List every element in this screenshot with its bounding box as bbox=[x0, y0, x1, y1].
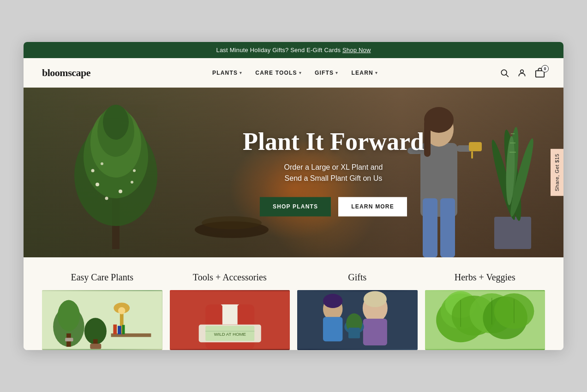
category-title-0: Easy Care Plants bbox=[42, 272, 162, 283]
category-image-easy-care[interactable] bbox=[42, 290, 162, 350]
categories-section: Easy Care Plants Tools + Accessories Gif… bbox=[24, 257, 563, 350]
account-icon[interactable] bbox=[517, 68, 527, 77]
chevron-down-icon: ▾ bbox=[335, 71, 338, 75]
cart-badge: 0 bbox=[541, 65, 549, 72]
nav-learn-label: LEARN bbox=[352, 70, 373, 76]
category-title-3: Herbs + Veggies bbox=[425, 272, 545, 283]
browser-frame: Last Minute Holiday Gifts? Send E-Gift C… bbox=[24, 42, 563, 350]
search-icon[interactable] bbox=[500, 68, 509, 77]
nav-gifts[interactable]: GIFTS ▾ bbox=[315, 70, 339, 76]
svg-point-10 bbox=[96, 183, 99, 186]
hero-plant-right bbox=[476, 97, 550, 254]
nav-care-tools-label: CARE TOOLS bbox=[255, 70, 297, 76]
svg-point-15 bbox=[133, 169, 136, 172]
svg-rect-63 bbox=[323, 317, 342, 341]
hero-content: Plant It Forward Order a Large or XL Pla… bbox=[243, 128, 424, 216]
nav-gifts-label: GIFTS bbox=[315, 70, 334, 76]
share-label[interactable]: Share, Get $15 bbox=[551, 149, 563, 196]
learn-more-button[interactable]: LEARN MORE bbox=[338, 197, 407, 217]
svg-rect-27 bbox=[494, 217, 531, 249]
svg-text:WILD AT HOME: WILD AT HOME bbox=[214, 332, 246, 337]
hero-subtitle-line2: Send a Small Plant Gift on Us bbox=[285, 175, 383, 183]
svg-rect-25 bbox=[423, 198, 437, 257]
categories-images: WILD AT HOME bbox=[42, 290, 545, 350]
header: bloomscape PLANTS ▾ CARE TOOLS ▾ GIFTS ▾… bbox=[24, 58, 563, 88]
hero-subtitle: Order a Large or XL Plant and Send a Sma… bbox=[243, 162, 424, 184]
svg-rect-69 bbox=[348, 327, 360, 338]
svg-rect-51 bbox=[118, 326, 121, 334]
hero-buttons: SHOP PLANTS LEARN MORE bbox=[243, 197, 424, 217]
hero-section: Plant It Forward Order a Large or XL Pla… bbox=[24, 88, 563, 257]
svg-rect-44 bbox=[90, 344, 101, 349]
svg-rect-59 bbox=[222, 304, 237, 324]
nav-care-tools[interactable]: CARE TOOLS ▾ bbox=[255, 70, 302, 76]
nav-plants[interactable]: PLANTS ▾ bbox=[212, 70, 242, 76]
chevron-down-icon: ▾ bbox=[299, 71, 302, 75]
svg-rect-52 bbox=[122, 325, 125, 334]
svg-rect-66 bbox=[363, 319, 387, 345]
svg-point-16 bbox=[101, 162, 103, 165]
svg-point-13 bbox=[131, 181, 133, 184]
svg-point-40 bbox=[58, 300, 80, 332]
category-image-herbs[interactable] bbox=[425, 290, 545, 350]
category-title-1: Tools + Accessories bbox=[170, 272, 290, 283]
svg-rect-45 bbox=[65, 338, 73, 342]
main-nav: PLANTS ▾ CARE TOOLS ▾ GIFTS ▾ LEARN ▾ bbox=[212, 70, 378, 76]
svg-line-1 bbox=[506, 74, 509, 77]
svg-rect-49 bbox=[111, 333, 151, 337]
chevron-down-icon: ▾ bbox=[375, 71, 378, 75]
announcement-bar: Last Minute Holiday Gifts? Send E-Gift C… bbox=[24, 42, 563, 58]
chevron-down-icon: ▾ bbox=[240, 71, 242, 75]
svg-rect-20 bbox=[424, 120, 431, 157]
category-image-gifts[interactable] bbox=[297, 290, 418, 350]
svg-point-48 bbox=[118, 307, 125, 314]
shop-plants-button[interactable]: SHOP PLANTS bbox=[260, 197, 331, 217]
share-side-button[interactable]: Share, Get $15 bbox=[551, 149, 563, 196]
svg-point-11 bbox=[105, 197, 108, 200]
announcement-text: Last Minute Holiday Gifts? Send E-Gift C… bbox=[216, 47, 342, 53]
svg-rect-24 bbox=[471, 151, 473, 159]
shop-now-link[interactable]: Shop Now bbox=[342, 47, 371, 53]
hero-plant-left bbox=[60, 92, 171, 249]
svg-point-62 bbox=[323, 294, 342, 308]
svg-point-2 bbox=[521, 70, 524, 73]
nav-plants-label: PLANTS bbox=[212, 70, 238, 76]
svg-point-65 bbox=[364, 291, 387, 307]
category-title-2: Gifts bbox=[297, 272, 418, 283]
header-icons: 0 bbox=[500, 68, 545, 78]
svg-rect-26 bbox=[440, 198, 455, 257]
hero-subtitle-line1: Order a Large or XL Plant and bbox=[284, 164, 383, 172]
categories-titles: Easy Care Plants Tools + Accessories Gif… bbox=[42, 272, 545, 283]
nav-learn[interactable]: LEARN ▾ bbox=[352, 70, 378, 76]
cart-icon[interactable]: 0 bbox=[535, 68, 545, 78]
svg-rect-50 bbox=[113, 325, 117, 334]
svg-point-12 bbox=[119, 190, 122, 193]
svg-point-14 bbox=[91, 169, 95, 172]
svg-point-37 bbox=[202, 216, 262, 229]
hero-title: Plant It Forward bbox=[243, 128, 424, 155]
logo[interactable]: bloomscape bbox=[42, 67, 90, 79]
category-image-tools[interactable]: WILD AT HOME bbox=[170, 290, 290, 350]
svg-point-9 bbox=[103, 105, 129, 140]
